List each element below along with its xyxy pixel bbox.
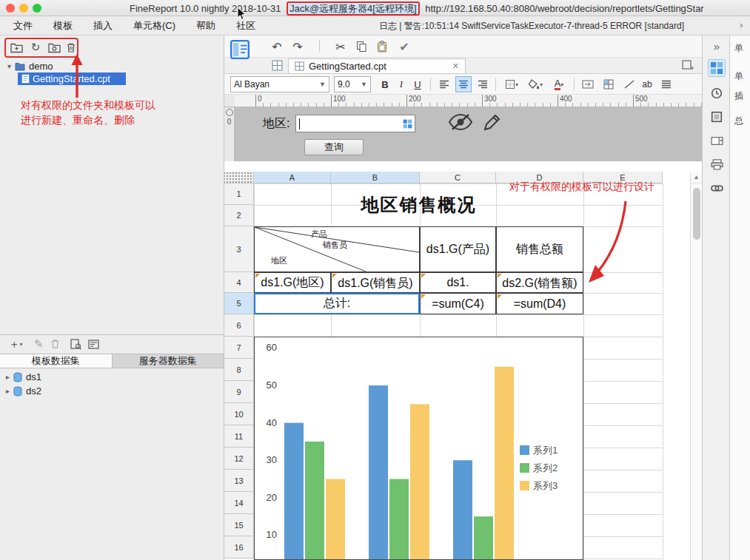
row-header-4[interactable]: 4 — [224, 272, 254, 293]
edit-dataset-button[interactable]: ✎ — [31, 337, 46, 351]
column-header-A[interactable]: A — [254, 172, 331, 183]
font-size-select[interactable]: 9.0▼ — [334, 76, 371, 92]
row-header-2[interactable]: 2 — [224, 205, 254, 226]
hyperlink-panel-button[interactable] — [708, 179, 726, 197]
hide-parameter-button[interactable] — [448, 113, 473, 131]
chevron-right-icon[interactable]: › — [740, 19, 743, 30]
underline-button[interactable]: U — [409, 76, 426, 92]
row-header-10[interactable]: 10 — [224, 403, 254, 425]
row-header-7[interactable]: 7 — [224, 337, 254, 359]
print-settings-panel-button[interactable] — [708, 155, 726, 173]
row-header-12[interactable]: 12 — [224, 448, 254, 470]
chart-object[interactable]: 102030405060系列1系列2系列3 — [254, 337, 583, 560]
align-right-button[interactable] — [475, 76, 491, 92]
switch-view-button[interactable] — [682, 60, 694, 70]
undo-button[interactable]: ↶ — [269, 38, 285, 55]
tab-gettingstarted-cpt[interactable]: GettingStarted.cpt ✕ — [288, 58, 466, 74]
search-dataset-button[interactable] — [86, 337, 101, 351]
caret-down-icon[interactable]: ▾ — [7, 62, 11, 70]
caret-right-icon[interactable]: ▸ — [6, 373, 10, 381]
row-header-1[interactable]: 1 — [224, 183, 254, 205]
font-color-button[interactable]: A ▾ — [549, 76, 569, 92]
menu-item[interactable]: 文件 — [13, 19, 33, 33]
cell-c5[interactable]: =sum(C4) — [420, 293, 496, 314]
dataset-tab-2[interactable]: 服务器数据集 — [113, 354, 225, 368]
float-element-panel-button[interactable] — [708, 108, 726, 126]
row-header-15[interactable]: 15 — [224, 514, 254, 536]
row-header-6[interactable]: 6 — [224, 314, 254, 337]
combo-widget-icon[interactable] — [403, 119, 412, 129]
menu-item[interactable]: 帮助 — [196, 19, 215, 33]
justify-button[interactable] — [658, 76, 674, 92]
query-button[interactable]: 查询 — [304, 139, 364, 155]
menu-item[interactable]: 插入 — [93, 19, 113, 33]
paste-button[interactable] — [374, 38, 390, 55]
italic-button[interactable]: I — [393, 76, 409, 92]
row-header-14[interactable]: 14 — [224, 492, 254, 514]
row-header-16[interactable]: 16 — [224, 536, 254, 559]
font-family-select[interactable]: Al Bayan▼ — [230, 76, 329, 92]
dataset-item-ds2[interactable]: ▸ds2 — [0, 384, 224, 398]
text-ab-button[interactable]: ab — [639, 76, 655, 92]
cell-style-button[interactable] — [600, 76, 617, 92]
bold-button[interactable]: B — [377, 76, 393, 92]
right-panel-label[interactable]: 总 — [734, 115, 743, 127]
cell-d3[interactable]: 销售总额 — [496, 226, 583, 272]
cell-d4[interactable]: ds2.G(销售额) — [496, 272, 583, 293]
log-status-area[interactable]: 日志 | 警告:10:51:14 SwiftServiceTaskExecuto… — [379, 20, 684, 33]
fill-color-button[interactable]: ▾ — [525, 76, 546, 92]
cell-b4[interactable]: ds1.G(销售员) — [331, 272, 420, 293]
row-header-8[interactable]: 8 — [224, 359, 254, 381]
diagonal-line-button[interactable] — [621, 76, 637, 92]
edit-parameter-button[interactable] — [482, 113, 501, 132]
right-panel-label[interactable]: 插 — [734, 90, 743, 103]
menu-item[interactable]: 单元格(C) — [133, 19, 175, 33]
row-header-11[interactable]: 11 — [224, 425, 254, 448]
select-all-corner[interactable] — [224, 172, 254, 183]
borders-button[interactable]: ▾ — [501, 76, 522, 92]
cell-c3[interactable]: ds1.G(产品) — [420, 226, 496, 272]
row-header-5[interactable]: 5 — [224, 293, 254, 314]
cell-a4[interactable]: ds1.G(地区) — [254, 272, 331, 293]
preview-dataset-button[interactable] — [68, 337, 83, 351]
cell-c4[interactable]: ds1. — [420, 272, 496, 293]
minimize-window-button[interactable] — [19, 4, 28, 13]
right-panel-label[interactable]: 单 — [734, 42, 743, 55]
cell-d5[interactable]: =sum(D4) — [496, 293, 583, 314]
cell-attributes-panel-button[interactable] — [708, 84, 726, 102]
column-header-B[interactable]: B — [331, 172, 420, 183]
cell-element-panel-button[interactable] — [708, 59, 726, 77]
cell-panel-dock-button[interactable] — [230, 40, 250, 59]
close-tab-icon[interactable]: ✕ — [452, 61, 459, 71]
right-panel-label[interactable]: 单 — [734, 70, 743, 83]
tree-item-gettingstarted-cpt[interactable]: GettingStarted.cpt — [18, 72, 126, 85]
align-center-button[interactable] — [455, 76, 472, 92]
scrollbar-thumb[interactable] — [693, 188, 700, 240]
maximize-window-button[interactable] — [33, 4, 41, 13]
menu-item[interactable]: 社区 — [236, 19, 255, 33]
dataset-tab-1[interactable]: 模板数据集 — [0, 354, 113, 368]
widget-settings-panel-button[interactable] — [708, 132, 726, 149]
merge-cells-button[interactable] — [580, 76, 596, 92]
redo-button[interactable]: ↷ — [289, 38, 306, 55]
row-header-9[interactable]: 9 — [224, 381, 254, 403]
collapse-panel-button[interactable]: » — [708, 37, 726, 55]
format-painter-button[interactable]: ✔ — [396, 38, 412, 55]
delete-dataset-button[interactable] — [47, 337, 62, 351]
sheet-grid-button[interactable] — [272, 60, 283, 71]
cell-total-selected[interactable]: 总计: — [254, 293, 420, 314]
row-header-13[interactable]: 13 — [224, 470, 254, 492]
menu-item[interactable]: 模板 — [53, 19, 73, 33]
cell-diagonal-header[interactable]: 产品 销售员 地区 — [254, 226, 420, 272]
copy-button[interactable] — [353, 38, 369, 55]
scroll-up-icon[interactable]: ▲ — [691, 172, 702, 183]
tree-item-demo-folder[interactable]: ▾ demo — [7, 60, 53, 72]
cut-button[interactable]: ✂ — [332, 38, 349, 55]
dataset-item-ds1[interactable]: ▸ds1 — [0, 370, 224, 384]
param-region-input[interactable] — [295, 115, 415, 132]
caret-right-icon[interactable]: ▸ — [6, 387, 10, 395]
row-header-3[interactable]: 3 — [224, 226, 254, 272]
close-window-button[interactable] — [6, 4, 15, 13]
align-left-button[interactable] — [436, 76, 452, 92]
column-header-C[interactable]: C — [420, 172, 496, 183]
